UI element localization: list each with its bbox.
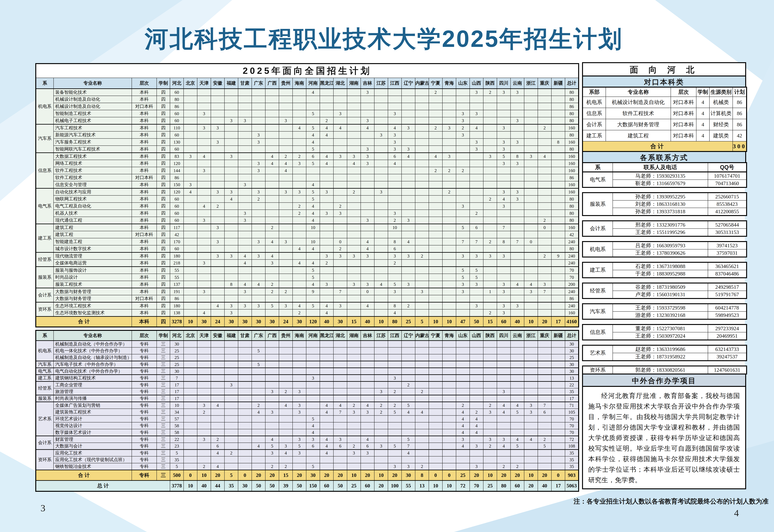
column-header: 青海 (443, 78, 456, 89)
plan-value: 25 (170, 361, 184, 368)
duikou-column-header: 系部 (583, 87, 606, 97)
plan-value (306, 117, 320, 124)
plan-value (443, 131, 456, 138)
duikou-major: 机械设计制造及自动化 (606, 97, 671, 108)
plan-value (538, 429, 551, 436)
plan-value: 3 (511, 302, 524, 309)
plan-value: 80 (565, 96, 579, 103)
plan-value: 2 (320, 117, 333, 124)
table-row: 会计系财富管理专科三2232433434533344272 (36, 436, 579, 443)
plan-value (292, 238, 306, 245)
plan-value (374, 295, 388, 302)
plan-value: 13 (565, 375, 579, 381)
column-header: 层次 (132, 330, 157, 341)
plan-value: 5 (538, 443, 551, 450)
plan-value (224, 443, 238, 450)
plan-value (456, 341, 470, 347)
table-row: 汽车系汽车工程技术本科四110334544443232432160 (36, 124, 579, 131)
plan-value (238, 381, 252, 388)
major-name: 新能源汽车工程技术 (54, 131, 132, 138)
plan-value (184, 224, 197, 231)
level-cell: 专科 (132, 450, 157, 456)
plan-value (333, 96, 347, 103)
plan-value (252, 381, 265, 388)
plan-value: 4 (497, 402, 511, 409)
plan-value (333, 429, 347, 436)
plan-value: 5 (306, 110, 320, 117)
table-row: 机械制造及自动化（轴承设计与制造）专科三2525 (36, 354, 579, 361)
coop-paragraph: 经河北教育厅批准，教育部备案，我校与德国施马卡尔登应用技术大学联合开设中外合作办… (582, 386, 746, 489)
plan-value (224, 295, 238, 302)
plan-value: 4 (497, 195, 511, 203)
plan-value (279, 456, 292, 463)
plan-value (279, 203, 292, 210)
plan-value (470, 160, 483, 167)
contact-group: 电气系马老师：159302931351076174701靳老师：13166597… (582, 171, 747, 188)
plan-value (524, 146, 538, 153)
plan-value: 42 (565, 231, 579, 238)
plan-value (292, 138, 306, 146)
plan-value: 35 (565, 463, 579, 470)
plan-value (292, 415, 306, 422)
plan-value (429, 409, 443, 415)
plan-value (333, 131, 347, 138)
plan-value (333, 160, 347, 167)
plan-value: 3 (279, 117, 292, 124)
plan-value (361, 456, 374, 463)
plan-value (470, 217, 483, 224)
plan-value (388, 174, 402, 181)
plan-value: 2 (483, 89, 497, 96)
grandtotal-value: 44 (211, 480, 224, 491)
plan-value: 80 (565, 210, 579, 217)
plan-value (415, 124, 429, 131)
plan-value (470, 388, 483, 395)
plan-value (443, 138, 456, 146)
plan-value (443, 217, 456, 224)
major-name: 服装与服饰设计 (54, 267, 132, 274)
level-cell: 专科 (132, 463, 157, 470)
level-cell: 本科 (132, 274, 157, 281)
column-header: 辽宁 (402, 78, 415, 89)
level-cell: 本科 (132, 160, 157, 167)
contact-qq: 305313153 (708, 229, 747, 236)
plan-value: 4 (197, 309, 211, 316)
plan-value: 5 (252, 361, 265, 368)
plan-value (184, 395, 197, 402)
plan-value (524, 110, 538, 117)
level-cell: 专科 (132, 375, 157, 381)
plan-value: 2 (538, 436, 551, 443)
plan-value (443, 429, 456, 436)
grandtotal-value: 55 (402, 480, 415, 491)
plan-value (388, 381, 402, 388)
plan-value (320, 146, 333, 153)
plan-value (429, 295, 443, 302)
plan-value (511, 354, 524, 361)
plan-value: 2 (456, 167, 470, 174)
subtotal-value: 30 (238, 316, 252, 327)
years-cell: 四 (157, 131, 170, 138)
plan-value (483, 260, 497, 267)
years-cell: 四 (157, 245, 170, 252)
plan-value (224, 245, 238, 252)
plan-value (211, 281, 224, 288)
plan-value: 3 (347, 281, 361, 288)
contact-row: 经管系谷老师：18731980509249298517 (583, 283, 747, 291)
plan-value (456, 138, 470, 146)
plan-value (511, 267, 524, 274)
table-row: 信息系大数据工程技术本科四8334342264333644335834160 (36, 153, 579, 160)
plan-value (415, 174, 429, 181)
plan-value (497, 167, 511, 174)
plan-value (443, 210, 456, 217)
hebei-panel-title: 面 向 河 北 (582, 62, 746, 76)
plan-value (211, 181, 224, 188)
contact-group: 经管系谷老师：18731980509249298517卢老师：156031901… (582, 283, 747, 299)
plan-value (402, 375, 415, 381)
plan-value: 86 (565, 174, 579, 181)
plan-value (415, 274, 429, 281)
plan-value: 5 (306, 274, 320, 281)
plan-value (429, 224, 443, 231)
plan-value: 240 (565, 302, 579, 309)
plan-value (443, 89, 456, 96)
duikou-plan: 86 (733, 119, 747, 130)
plan-value (265, 217, 279, 224)
